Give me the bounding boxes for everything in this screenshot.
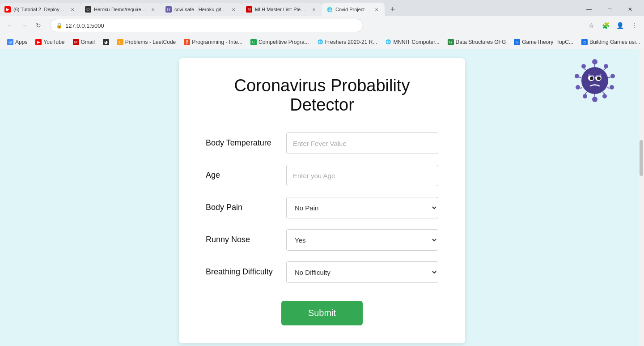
scrollbar[interactable] bbox=[639, 49, 644, 346]
menu-icon[interactable]: ⋮ bbox=[628, 19, 640, 32]
back-button[interactable]: ← bbox=[4, 19, 16, 32]
bookmark-competitive[interactable]: C Competitive Progra... bbox=[247, 37, 313, 47]
profile-icon[interactable]: 👤 bbox=[614, 19, 626, 32]
breathing-difficulty-row: Breathing Difficulty No Difficulty Mild … bbox=[206, 261, 438, 283]
svg-line-13 bbox=[607, 88, 610, 88]
svg-line-14 bbox=[603, 92, 605, 94]
svg-point-6 bbox=[583, 94, 587, 98]
tab-3[interactable]: H covi-safe - Heroku-git | Heroku ✕ bbox=[161, 3, 242, 16]
bookmark-programming-label: Programming - Inte... bbox=[192, 39, 242, 45]
tab-4[interactable]: M MLH Master List: Please Confirm... ✕ bbox=[242, 3, 322, 16]
bookmark-star-icon[interactable]: ☆ bbox=[585, 19, 597, 32]
runny-nose-select[interactable]: Yes No bbox=[286, 229, 438, 251]
tab-2-favicon: ⬡ bbox=[85, 6, 91, 13]
close-button[interactable]: ✕ bbox=[620, 3, 640, 16]
body-temperature-label: Body Temperature bbox=[206, 138, 277, 148]
tab-5[interactable]: 🌐 Covid Project ✕ bbox=[322, 3, 385, 16]
svg-point-5 bbox=[592, 97, 597, 102]
body-pain-select[interactable]: No Pain Mild Pain Moderate Pain Severe P… bbox=[286, 197, 438, 218]
bookmark-leetcode[interactable]: L Problems - LeetCode bbox=[114, 37, 179, 47]
virus-illustration bbox=[572, 58, 608, 94]
virus-svg bbox=[572, 58, 617, 103]
body-pain-label: Body Pain bbox=[206, 202, 277, 213]
extensions-icon[interactable]: 🧩 bbox=[599, 19, 612, 32]
bookmark-freshers-label: Freshers 2020-21 R... bbox=[325, 39, 377, 45]
tab-5-favicon: 🌐 bbox=[326, 6, 333, 13]
age-input[interactable] bbox=[286, 165, 438, 186]
svg-point-0 bbox=[592, 59, 597, 64]
svg-line-19 bbox=[584, 68, 586, 70]
tab-1-title: (6) Tutorial 2- Deployment of M... bbox=[13, 7, 66, 12]
tab-3-favicon: H bbox=[165, 6, 172, 13]
svg-point-4 bbox=[602, 94, 607, 98]
tab-1-close[interactable]: ✕ bbox=[69, 6, 76, 13]
svg-point-23 bbox=[590, 77, 593, 80]
form-card: Coronavirus Probability Detector Body Te… bbox=[179, 58, 465, 343]
bookmark-mnnit[interactable]: 🌐 MNNIT Computer... bbox=[381, 37, 443, 47]
url-bar[interactable]: 🔒 127.0.0.1:5000 bbox=[50, 19, 363, 32]
bookmarks-bar: ⊞ Apps ▶ YouTube M Gmail ◕ L Problems - … bbox=[0, 35, 644, 49]
toolbar-right: ☆ 🧩 👤 ⋮ bbox=[585, 19, 640, 32]
bookmark-4[interactable]: ◕ bbox=[99, 37, 113, 47]
svg-line-11 bbox=[604, 68, 606, 70]
scrollbar-thumb[interactable] bbox=[640, 140, 643, 176]
url-text: 127.0.0.1:5000 bbox=[65, 22, 104, 29]
svg-point-7 bbox=[576, 85, 580, 90]
svg-point-20 bbox=[581, 67, 608, 94]
bookmark-apps[interactable]: ⊞ Apps bbox=[4, 37, 31, 47]
svg-point-24 bbox=[597, 77, 601, 80]
bookmark-mnnit-label: MNNIT Computer... bbox=[393, 39, 439, 45]
youtube-favicon: ▶ bbox=[35, 39, 42, 45]
tab-2-close[interactable]: ✕ bbox=[149, 6, 157, 13]
gmail-favicon: M bbox=[73, 39, 79, 45]
age-label: Age bbox=[206, 170, 277, 180]
bookmark-programming[interactable]: β Programming - Inte... bbox=[180, 37, 246, 47]
leetcode-favicon: L bbox=[117, 39, 123, 45]
tab-2-title: Heroku-Demo/requirements.txt -... bbox=[94, 7, 147, 12]
bookmark-competitive-label: Competitive Progra... bbox=[258, 39, 309, 45]
page-title: Coronavirus Probability Detector bbox=[206, 76, 438, 115]
svg-point-3 bbox=[610, 85, 614, 90]
runny-nose-label: Runny Nose bbox=[206, 235, 277, 245]
address-bar: ← → ↻ 🔒 127.0.0.1:5000 ☆ 🧩 👤 ⋮ bbox=[0, 16, 644, 35]
bookmark-buildinggames-label: Building Games usi... bbox=[589, 39, 640, 45]
bookmark-buildinggames[interactable]: g Building Games usi... bbox=[578, 37, 644, 47]
runny-nose-row: Runny Nose Yes No bbox=[206, 229, 438, 251]
gametheory-favicon: G bbox=[514, 39, 520, 45]
bookmark-gmail[interactable]: M Gmail bbox=[69, 37, 98, 47]
submit-button[interactable]: Submit bbox=[281, 301, 363, 325]
tab-1[interactable]: ▶ (6) Tutorial 2- Deployment of M... ✕ bbox=[0, 3, 80, 16]
tab-2[interactable]: ⬡ Heroku-Demo/requirements.txt -... ✕ bbox=[80, 3, 161, 16]
tab-3-close[interactable]: ✕ bbox=[230, 6, 237, 13]
bookmark-freshers[interactable]: 🌐 Freshers 2020-21 R... bbox=[314, 37, 381, 47]
bookmark-apps-label: Apps bbox=[15, 39, 27, 45]
tab-1-favicon: ▶ bbox=[4, 6, 11, 13]
window-controls: — □ ✕ bbox=[579, 3, 644, 16]
programming-favicon: β bbox=[184, 39, 190, 45]
minimize-button[interactable]: — bbox=[579, 3, 599, 16]
svg-point-9 bbox=[581, 64, 586, 68]
body-temperature-input[interactable] bbox=[286, 132, 438, 154]
bookmark-gfg[interactable]: G Data Structures GFG bbox=[444, 37, 510, 47]
tab-5-close[interactable]: ✕ bbox=[373, 6, 380, 13]
svg-line-18 bbox=[579, 77, 581, 78]
breathing-difficulty-select[interactable]: No Difficulty Mild Difficulty Moderate D… bbox=[286, 261, 438, 283]
tab-3-title: covi-safe - Heroku-git | Heroku bbox=[174, 7, 227, 12]
page-content: Coronavirus Probability Detector Body Te… bbox=[0, 49, 644, 346]
breathing-difficulty-label: Breathing Difficulty bbox=[206, 267, 277, 277]
maximize-button[interactable]: □ bbox=[599, 3, 620, 16]
new-tab-button[interactable]: + bbox=[386, 3, 399, 16]
gfg-favicon: G bbox=[448, 39, 454, 45]
tab-4-favicon: M bbox=[246, 6, 252, 13]
svg-point-1 bbox=[604, 64, 608, 68]
bookmark-gametheory[interactable]: G GameTheory_TopC... bbox=[510, 37, 577, 47]
refresh-button[interactable]: ↻ bbox=[32, 19, 45, 32]
tab-4-close[interactable]: ✕ bbox=[310, 6, 318, 13]
svg-line-12 bbox=[608, 77, 610, 78]
bookmark-leetcode-label: Problems - LeetCode bbox=[125, 39, 176, 45]
mnnit-favicon: 🌐 bbox=[385, 39, 391, 45]
freshers-favicon: 🌐 bbox=[317, 39, 323, 45]
bookmark-youtube[interactable]: ▶ YouTube bbox=[32, 37, 68, 47]
bookmark-youtube-label: YouTube bbox=[43, 39, 64, 45]
forward-button[interactable]: → bbox=[18, 19, 30, 32]
